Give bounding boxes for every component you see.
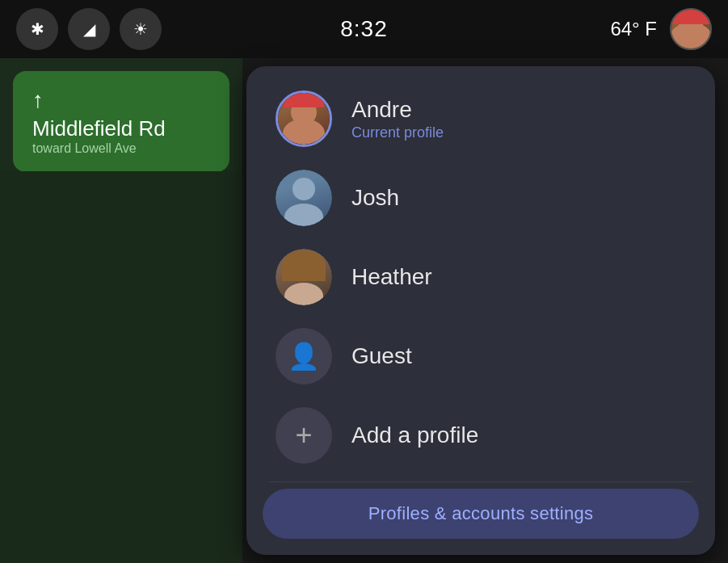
panel-divider: [269, 481, 692, 482]
temperature-display: 64° F: [610, 18, 657, 40]
bluetooth-button[interactable]: ✱: [16, 8, 58, 50]
signal-icon: ◢: [83, 19, 95, 39]
map-area: [0, 171, 242, 563]
user-avatar-button[interactable]: [670, 8, 712, 50]
settings-button-label: Profiles & accounts settings: [368, 503, 594, 523]
hat-decoration: [671, 10, 710, 24]
profile-item-add[interactable]: + Add a profile: [253, 396, 709, 475]
profile-name-add: Add a profile: [351, 422, 478, 448]
heather-hair: [282, 250, 326, 281]
current-user-avatar: [671, 10, 710, 48]
brightness-button[interactable]: ☀: [120, 8, 162, 50]
profile-info-guest: Guest: [351, 343, 412, 369]
profile-name-josh: Josh: [351, 185, 399, 211]
status-right-area: 64° F: [610, 8, 712, 50]
andre-hat: [284, 93, 324, 107]
add-profile-icon: +: [295, 418, 312, 452]
profiles-settings-button[interactable]: Profiles & accounts settings: [263, 489, 699, 539]
profile-panel: Andre Current profile Josh Heather 👤 Gue…: [246, 66, 715, 555]
status-left-icons: ✱ ◢ ☀: [16, 8, 162, 50]
profile-item-heather[interactable]: Heather: [253, 237, 709, 317]
profile-item-josh[interactable]: Josh: [253, 158, 709, 237]
navigation-toward: toward Lowell Ave: [32, 141, 210, 156]
profile-name-guest: Guest: [351, 343, 412, 369]
avatar-guest: 👤: [276, 328, 332, 384]
time-display: 8:32: [340, 16, 388, 41]
avatar-add: +: [276, 407, 332, 464]
clock: 8:32: [340, 16, 388, 42]
direction-arrow: ↑: [32, 87, 210, 113]
signal-button[interactable]: ◢: [68, 8, 110, 50]
brightness-icon: ☀: [133, 19, 148, 39]
avatar-josh: [276, 170, 332, 226]
status-bar: ✱ ◢ ☀ 8:32 64° F: [0, 0, 728, 58]
avatar-heather: [276, 249, 332, 305]
guest-icon: 👤: [288, 341, 320, 372]
bluetooth-icon: ✱: [31, 19, 44, 39]
street-name: Middlefield Rd: [32, 116, 210, 141]
navigation-card: ↑ Middlefield Rd toward Lowell Ave: [13, 71, 229, 172]
avatar-andre: [276, 90, 332, 147]
profile-info-heather: Heather: [351, 264, 432, 290]
profile-item-andre[interactable]: Andre Current profile: [253, 79, 709, 158]
navigation-background: ↑ Middlefield Rd toward Lowell Ave: [0, 58, 242, 563]
profile-info-add: Add a profile: [351, 422, 478, 448]
profile-name-heather: Heather: [351, 264, 432, 290]
profile-subtitle-andre: Current profile: [351, 124, 444, 141]
profile-item-guest[interactable]: 👤 Guest: [253, 317, 709, 396]
profile-name-andre: Andre: [351, 97, 444, 123]
profile-info-andre: Andre Current profile: [351, 97, 444, 141]
profile-info-josh: Josh: [351, 185, 399, 211]
